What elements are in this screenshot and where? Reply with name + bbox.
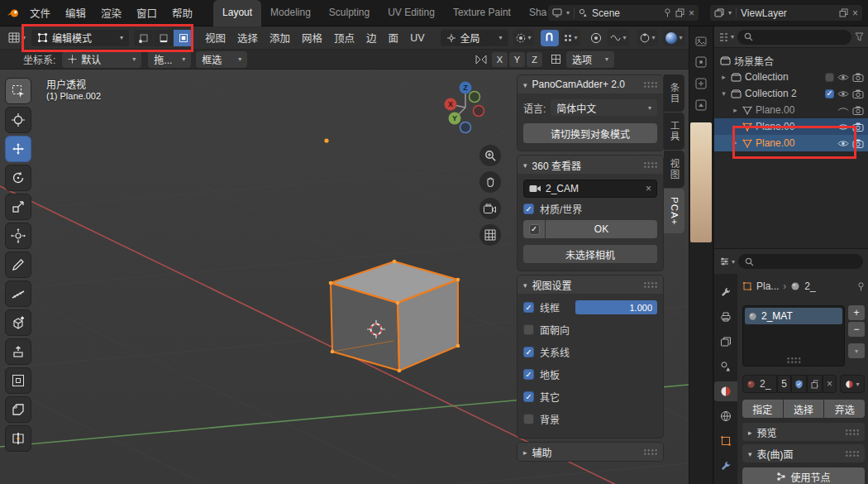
panel-grip-icon[interactable] <box>643 281 657 289</box>
disclosure-icon[interactable]: ▸ <box>732 106 739 114</box>
floor-checkbox[interactable] <box>523 369 534 380</box>
menu-select[interactable]: 选择 <box>231 30 264 46</box>
camera-slot-field[interactable]: 2_CAM <box>523 180 657 198</box>
add-slot-button[interactable]: + <box>848 305 865 320</box>
slot-list[interactable]: 2_MAT <box>742 305 845 367</box>
tab-modeling[interactable]: Modeling <box>261 0 320 26</box>
assist-section-header[interactable]: 辅助 <box>517 443 663 461</box>
add-cube-tool[interactable] <box>5 309 31 336</box>
pca-panel-header[interactable]: PanoCamAdder+ 2.0 <box>517 75 663 93</box>
tab-material-icon[interactable] <box>714 381 737 401</box>
face-orientation-checkbox[interactable] <box>523 324 534 335</box>
face-select-button[interactable] <box>174 30 193 46</box>
deselect-button[interactable]: 弃选 <box>824 400 865 418</box>
inset-faces-tool[interactable] <box>5 367 31 394</box>
properties-editor-icon[interactable] <box>719 256 735 266</box>
outliner-row-scene-collection[interactable]: 场景集合 <box>714 52 868 69</box>
proportional-editing-toggle[interactable] <box>587 30 605 46</box>
tab-viewlayer-icon[interactable] <box>714 332 737 352</box>
menu-file[interactable]: 文件 <box>22 5 58 21</box>
select-box-tool[interactable] <box>5 78 31 104</box>
drag-dropdown[interactable]: 拖... <box>148 51 191 68</box>
sidebar-tab-tool[interactable]: 工具 <box>664 113 684 150</box>
material-world-checkbox[interactable] <box>523 204 534 214</box>
material-name-field[interactable]: 2_ <box>742 375 777 393</box>
copy-icon[interactable] <box>839 8 848 17</box>
viewport-shading-dropdown[interactable] <box>663 30 685 46</box>
zoom-button[interactable] <box>479 145 501 166</box>
eye-icon[interactable] <box>837 89 849 98</box>
scene-selector[interactable]: Scene <box>547 4 699 22</box>
menu-edit[interactable]: 编辑 <box>58 5 93 21</box>
material-world-row[interactable]: 材质/世界 <box>523 198 657 220</box>
background-row[interactable]: 背景 <box>523 408 657 430</box>
users-count-badge[interactable]: 5 <box>777 375 791 393</box>
camera-toggle-icon[interactable] <box>852 89 864 98</box>
extrude-tool[interactable] <box>5 338 31 365</box>
strip-editor-icon[interactable] <box>695 36 707 46</box>
menu-face[interactable]: 面 <box>383 30 405 46</box>
proportional-falloff-dropdown[interactable] <box>608 30 629 46</box>
measure-tool[interactable] <box>5 280 31 307</box>
sidebar-tab-pca[interactable]: PCA+ <box>664 189 684 233</box>
mirror-z-button[interactable]: Z <box>527 52 542 67</box>
remove-icon[interactable] <box>852 7 858 19</box>
menu-uv[interactable]: UV <box>404 32 430 44</box>
tab-sculpting[interactable]: Sculpting <box>320 0 379 26</box>
camera-toggle-icon[interactable] <box>852 139 864 148</box>
slot-specials-button[interactable] <box>848 343 865 358</box>
filter-icon[interactable] <box>855 32 864 41</box>
snap-base-icon[interactable] <box>551 54 561 65</box>
assign-button[interactable]: 指定 <box>742 400 783 418</box>
copy-material-icon[interactable] <box>807 375 823 393</box>
tab-data-icon[interactable] <box>714 481 737 484</box>
panel-grip-icon[interactable] <box>643 81 657 89</box>
breadcrumb-object[interactable]: Pla... <box>756 280 779 292</box>
ok-checkbox-segment[interactable] <box>523 220 545 238</box>
exclude-checkbox[interactable] <box>825 73 834 82</box>
coord-system-dropdown[interactable]: 默认 <box>62 51 141 68</box>
outliner-row-collection[interactable]: ▸ Collection <box>714 69 868 85</box>
language-dropdown[interactable]: 简体中文 <box>551 99 657 116</box>
menu-add[interactable]: 添加 <box>264 30 296 46</box>
disclosure-icon[interactable]: ▸ <box>732 122 739 131</box>
viewer-section-header[interactable]: 360 查看器 <box>517 156 663 174</box>
camera-toggle-icon[interactable] <box>852 122 864 132</box>
menu-mesh[interactable]: 网格 <box>296 30 328 46</box>
show-gizmo-dropdown[interactable] <box>637 30 658 46</box>
mirror-y-button[interactable]: Y <box>509 52 525 67</box>
eye-icon[interactable] <box>837 139 849 148</box>
scene-browse-icon[interactable] <box>552 8 562 17</box>
strip-icon-3[interactable] <box>695 99 707 111</box>
view-settings-header[interactable]: 视图设置 <box>517 276 663 294</box>
pin-icon[interactable] <box>857 282 865 291</box>
pin-icon[interactable] <box>664 8 671 17</box>
wireframe-checkbox[interactable] <box>523 302 534 313</box>
editor-type-button[interactable] <box>6 30 28 46</box>
slot-item-selected[interactable]: 2_MAT <box>745 308 842 324</box>
tab-modifiers-icon[interactable] <box>714 456 737 476</box>
cursor-tool[interactable] <box>5 107 31 133</box>
relationship-lines-checkbox[interactable] <box>523 347 534 357</box>
select-mode-dropdown[interactable]: 框选 <box>196 51 247 68</box>
tab-scene-icon[interactable] <box>714 357 737 376</box>
wireframe-slider[interactable]: 1.000 <box>575 300 657 314</box>
mode-dropdown[interactable]: 编辑模式 <box>31 30 129 46</box>
tab-texture-paint[interactable]: Texture Paint <box>444 0 520 26</box>
ortho-grid-button[interactable] <box>479 224 501 246</box>
menu-render[interactable]: 渲染 <box>93 5 129 21</box>
edge-select-button[interactable] <box>154 30 173 46</box>
move-tool[interactable] <box>5 136 31 162</box>
panel-grip-icon[interactable] <box>643 161 657 169</box>
menu-help[interactable]: 帮助 <box>165 5 200 21</box>
transform-tool[interactable] <box>5 223 31 249</box>
viewlayer-selector[interactable]: ViewLayer <box>709 4 863 22</box>
navigation-gizmo[interactable]: Z X Y <box>433 76 496 139</box>
menu-vertex[interactable]: 顶点 <box>328 30 360 46</box>
outliner-row-plane-active[interactable]: • Plane.00 <box>714 135 868 151</box>
snap-toggle-button[interactable] <box>541 30 559 46</box>
menu-window[interactable]: 窗口 <box>129 5 165 21</box>
outliner-search-input[interactable] <box>737 30 851 45</box>
list-resize-grip[interactable] <box>787 357 801 364</box>
properties-search-input[interactable] <box>738 254 863 269</box>
